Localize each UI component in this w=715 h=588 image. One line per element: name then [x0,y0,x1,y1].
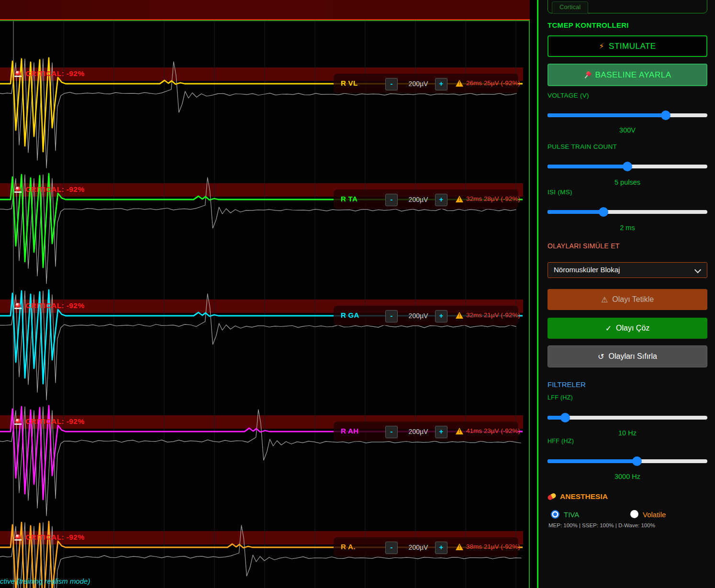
voltage-slider[interactable] [547,111,707,120]
filters-heading: FILTRELER [547,380,586,388]
pill-icon [547,492,557,500]
slider-fill [547,113,666,117]
lff-value: 10 Hz [547,429,707,437]
sidebar-heading: TCMEP KONTROLLERI [547,21,629,29]
hff-value: 3000 Hz [547,473,707,480]
anesthesia-heading: ANESTHESIA [547,492,608,501]
scale-increase-button[interactable]: + [435,542,447,554]
simulate-events-label: OLAYLARI SIMÜLE ET [547,242,620,250]
hff-slider[interactable] [547,456,707,466]
isi-label: ISI (MS) [547,189,572,196]
event-select-dropdown[interactable]: Nöromusküler Blokaj [547,262,707,278]
pulse-count-slider[interactable] [547,162,707,171]
pushpin-icon [582,70,592,80]
warning-triangle-icon [456,312,463,319]
pulse-count-label: PULSE TRAIN COUNT [547,143,617,150]
modality-tab-box: Cortical [547,0,707,13]
slider-thumb[interactable] [560,413,570,422]
scale-decrease-button[interactable]: - [385,194,398,206]
hff-label: HFF (HZ) [547,438,574,444]
trace-warning: 26ms 25µV (-92%) [466,79,520,87]
scale-increase-button[interactable]: + [435,310,447,322]
anesthesia-radio-group: TIVA Volatile [551,510,709,521]
trigger-event-button[interactable]: ⚠ Olayı Tetikle [547,289,707,310]
trace-label: R GA [341,311,359,319]
tcmep-control-sidebar: Cortical TCMEP KONTROLLERI ⚡ STIMULATE B… [537,0,715,588]
scale-value: 200µV [401,544,436,551]
resolve-event-label: Olayı Çöz [616,324,649,333]
trace-control-row: R AH - 200µV + 41ms 23µV (-92%) [0,422,529,442]
scale-value: 200µV [401,196,436,203]
pulse-count-value: 5 pulses [547,178,707,186]
volatile-label[interactable]: Volatile [643,510,666,519]
tab-cortical[interactable]: Cortical [552,1,588,14]
tcmep-monitor-app: CRITICAL: -92% CRITICAL: -92% CRITICAL: … [0,0,715,588]
trace-label: R TA [341,195,358,203]
reset-events-label: Olayları Sıfırla [609,352,657,361]
slider-thumb[interactable] [623,162,632,171]
scale-decrease-button[interactable]: - [385,310,398,322]
scale-decrease-button[interactable]: - [385,78,398,90]
trace-warning: 38ms 21µV (-92%) [466,543,520,550]
trace-control-row: R GA - 200µV + 32ms 21µV (-92%) [0,306,529,326]
lff-slider[interactable] [547,413,707,422]
radio-tiva[interactable] [551,510,559,519]
voltage-label: VOLTAGE (V) [547,92,589,99]
trace-control-row: R A. - 200µV + 38ms 21µV (-92%) [0,537,529,557]
voltage-value: 300V [547,126,707,134]
trace-label: R AH [341,427,358,435]
trace-warning: 32ms 21µV (-92%) [466,311,520,319]
trigger-event-label: Olayı Tetikle [612,295,654,304]
warning-triangle-icon [456,428,463,434]
slider-thumb[interactable] [632,456,642,466]
tiva-label[interactable]: TIVA [564,510,579,519]
scale-decrease-button[interactable]: - [385,542,398,554]
reset-icon: ↺ [598,352,604,361]
anesthesia-title: ANESTHESIA [560,492,608,501]
training-mode-status: ctive (training realism mode) [0,577,90,585]
set-baseline-button[interactable]: BASELINE AYARLA [547,64,707,86]
warning-triangle-icon [456,544,463,550]
check-icon: ✓ [605,324,612,333]
slider-thumb[interactable] [599,207,608,217]
scale-decrease-button[interactable]: - [385,426,398,438]
scale-increase-button[interactable]: + [435,426,447,438]
scale-value: 200µV [401,80,436,88]
resolve-event-button[interactable]: ✓ Olayı Çöz [547,318,707,339]
slider-track [547,416,707,420]
baseline-label: BASELINE AYARLA [595,70,671,80]
slider-thumb[interactable] [661,111,670,120]
stimulate-label: STIMULATE [609,42,656,51]
event-selected-option: Nöromusküler Blokaj [554,266,620,274]
trace-warning: 32ms 28µV (-92%) [466,195,520,202]
warning-icon: ⚠ [601,295,608,304]
scale-value: 200µV [401,312,436,320]
chevron-down-icon [694,266,701,273]
lightning-icon: ⚡ [599,42,604,51]
lff-label: LFF (HZ) [547,394,573,401]
trace-label: R VL [341,79,358,87]
slider-fill [547,459,637,463]
trace-control-row: R TA - 200µV + 32ms 28µV (-92%) [0,189,529,210]
scale-increase-button[interactable]: + [435,78,447,90]
isi-slider[interactable] [547,207,707,217]
scale-value: 200µV [401,428,436,435]
trace-label: R A. [341,543,356,551]
radio-volatile[interactable] [630,510,638,518]
slider-fill [547,210,603,214]
trace-control-row: R VL - 200µV + 26ms 25µV (-92%) [0,74,529,94]
reset-events-button[interactable]: ↺ Olayları Sıfırla [547,345,707,367]
anesthesia-status: MEP: 100% | SSEP: 100% | D-Wave: 100% [548,522,655,528]
isi-value: 2 ms [547,224,707,232]
scale-increase-button[interactable]: + [435,194,447,206]
slider-fill [547,165,627,168]
waveform-plot-panel: CRITICAL: -92% CRITICAL: -92% CRITICAL: … [0,20,530,588]
trace-warning: 41ms 23µV (-92%) [466,427,520,434]
stimulate-button[interactable]: ⚡ STIMULATE [547,35,707,57]
warning-triangle-icon [456,80,463,87]
warning-triangle-icon [456,196,463,202]
upper-critical-band [0,0,530,19]
